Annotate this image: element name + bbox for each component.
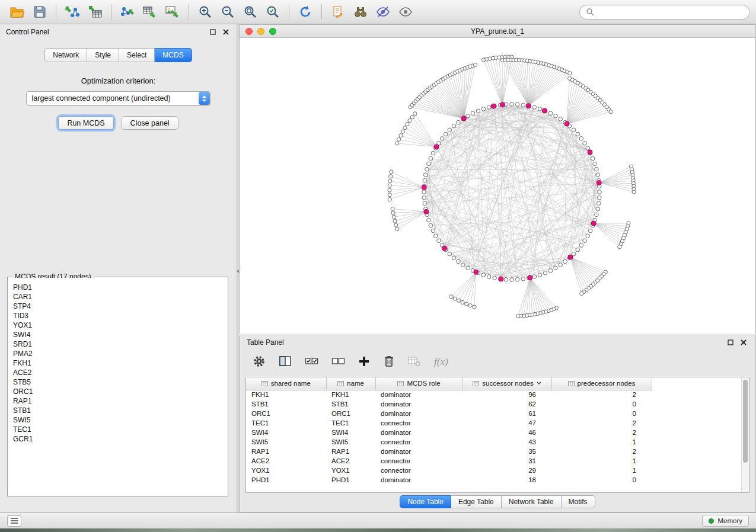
mcds-result-item[interactable]: RAP1 [8,396,227,406]
table-scrollbar[interactable] [741,378,749,492]
float-table-panel-button[interactable] [726,338,735,347]
tab-motifs[interactable]: Motifs [562,495,595,508]
import-network-button[interactable] [61,2,84,22]
tab-select[interactable]: Select [119,48,155,62]
mcds-result-item[interactable]: TID3 [8,311,227,321]
table-cell[interactable]: dominator [375,475,462,485]
table-cell[interactable]: RAP1 [246,447,326,456]
table-cell[interactable]: 46 [462,428,551,437]
table-cell[interactable]: PHD1 [246,475,326,485]
search-input[interactable] [598,8,744,16]
zoom-selected-button[interactable] [261,2,284,22]
table-row[interactable]: ORC1ORC1dominator610 [246,409,652,418]
table-cell[interactable]: 1 [551,466,652,475]
table-cell[interactable]: 29 [462,466,551,475]
memory-button[interactable]: Memory [702,515,749,527]
table-cell[interactable]: SWI5 [326,437,375,447]
table-cell[interactable]: ORC1 [246,409,326,418]
split-columns-button[interactable] [279,355,292,370]
mcds-result-item[interactable]: CAR1 [8,292,227,302]
table-row[interactable]: ACE2ACE2connector311 [246,456,652,466]
table-cell[interactable]: SWI5 [246,437,326,447]
mcds-result-item[interactable]: GCR1 [8,434,227,444]
mcds-result-item[interactable]: ACE2 [8,368,227,377]
table-cell[interactable]: SWI4 [326,428,375,437]
import-table-button[interactable] [84,2,106,22]
table-cell[interactable]: 47 [462,418,551,428]
find-button[interactable] [349,2,372,22]
column-header-successor-nodes[interactable]: successor nodes [462,377,551,390]
table-row[interactable]: YOX1YOX1connector291 [246,466,652,475]
criterion-select[interactable]: largest connected component (undirected) [26,91,211,105]
table-cell[interactable]: 2 [551,418,652,428]
close-panel-button[interactable] [221,27,231,37]
zoom-out-button[interactable] [216,2,239,22]
table-row[interactable]: SWI5SWI5connector431 [246,437,652,447]
table-settings-button[interactable] [253,355,266,370]
run-mcds-button[interactable]: Run MCDS [58,116,113,130]
table-cell[interactable]: ORC1 [326,409,375,418]
mcds-result-item[interactable]: STB5 [8,377,227,387]
mcds-result-item[interactable]: SWI5 [8,415,227,425]
table-cell[interactable]: 61 [462,409,551,418]
table-cell[interactable]: STB1 [246,399,326,409]
table-cell[interactable]: 31 [462,456,551,466]
save-session-button[interactable] [28,2,51,22]
table-cell[interactable]: dominator [375,447,462,456]
mcds-result-item[interactable]: TEC1 [8,425,227,434]
hide-selected-button[interactable] [372,2,394,22]
table-cell[interactable]: 2 [551,428,652,437]
table-cell[interactable]: FKH1 [246,390,326,399]
mcds-result-item[interactable]: STP4 [8,302,227,311]
table-row[interactable]: PHD1PHD1dominator180 [246,475,652,485]
table-cell[interactable]: 62 [462,399,551,409]
scrollbar-thumb[interactable] [743,380,748,463]
column-header-shared-name[interactable]: shared name [246,377,326,390]
table-cell[interactable]: YOX1 [246,466,326,475]
table-cell[interactable]: PHD1 [326,475,375,485]
table-cell[interactable]: TEC1 [326,418,375,428]
table-cell[interactable]: RAP1 [326,447,375,456]
table-cell[interactable]: 96 [462,390,551,399]
table-cell[interactable]: dominator [375,390,462,399]
table-cell[interactable]: connector [375,418,462,428]
tab-mcds[interactable]: MCDS [155,48,192,62]
close-panel-action-button[interactable]: Close panel [122,116,178,130]
export-table-button[interactable] [139,2,161,22]
table-cell[interactable]: YOX1 [326,466,375,475]
add-column-button[interactable] [358,355,370,369]
delete-column-button[interactable] [383,355,395,370]
table-cell[interactable]: 2 [551,447,652,456]
table-cell[interactable]: SWI4 [246,428,326,437]
column-header-name[interactable]: name [326,377,375,390]
network-canvas[interactable] [240,38,755,334]
mcds-result-item[interactable]: ORC1 [8,387,227,396]
tab-node-table[interactable]: Node Table [400,495,451,508]
table-cell[interactable]: 18 [462,475,551,485]
export-network-button[interactable] [116,2,139,22]
table-cell[interactable]: ACE2 [326,456,375,466]
table-cell[interactable]: connector [375,466,462,475]
mcds-result-item[interactable]: STB1 [8,406,227,415]
table-cell[interactable]: dominator [375,399,462,409]
mcds-result-list[interactable]: PHD1CAR1STP4TID3YOX1SWI4SRD1PMA2FKH1ACE2… [8,278,227,495]
table-row[interactable]: TEC1TEC1connector472 [246,418,652,428]
table-cell[interactable]: dominator [375,409,462,418]
mcds-result-item[interactable]: YOX1 [8,321,227,330]
table-cell[interactable]: 35 [462,447,551,456]
table-cell[interactable]: 1 [551,456,652,466]
select-all-columns-button[interactable] [305,355,318,370]
unselect-all-columns-button[interactable] [331,355,345,370]
table-row[interactable]: SWI4SWI4dominator462 [246,428,652,437]
close-table-panel-button[interactable] [739,338,748,347]
table-cell[interactable]: connector [375,437,462,447]
function-builder-button[interactable]: f(x) [434,356,448,368]
panel-menu-button[interactable] [7,515,21,527]
zoom-fit-button[interactable] [239,2,261,22]
table-cell[interactable]: 0 [551,399,652,409]
table-cell[interactable]: ACE2 [246,456,326,466]
tab-network-table[interactable]: Network Table [502,495,562,508]
mcds-result-item[interactable]: SWI4 [8,330,227,339]
tab-style[interactable]: Style [87,48,119,62]
table-cell[interactable]: STB1 [326,399,375,409]
